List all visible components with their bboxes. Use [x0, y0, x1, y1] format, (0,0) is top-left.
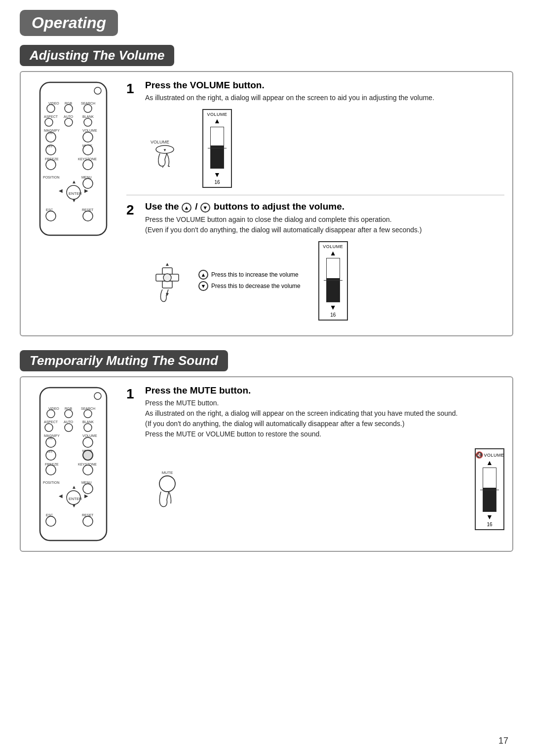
- svg-point-47: [163, 274, 171, 282]
- legend-down-icon: ▼: [198, 281, 208, 291]
- svg-point-87: [46, 516, 56, 526]
- svg-text:ENTER: ENTER: [69, 191, 82, 196]
- svg-point-56: [84, 410, 92, 418]
- svg-text:VOLUME: VOLUME: [82, 434, 97, 437]
- section2-inner: VIDEO RGB SEARCH ASPECT AUTO BLANK MAGNI…: [29, 385, 504, 543]
- svg-text:BLANK: BLANK: [82, 420, 94, 424]
- svg-point-39: [83, 211, 93, 221]
- volume-up-arrow: ▲: [214, 117, 221, 125]
- svg-point-55: [65, 410, 73, 418]
- svg-point-5: [47, 105, 55, 112]
- svg-text:ASPECT: ASPECT: [44, 115, 58, 118]
- volume-num-2: 16: [330, 312, 336, 318]
- mute-volume-num: 16: [487, 522, 492, 527]
- svg-text:BLANK: BLANK: [82, 115, 94, 118]
- volume-down-arrow: ▼: [214, 171, 221, 179]
- volume-hand-icon: VOLUME ▼: [145, 129, 185, 168]
- step2-text2: (Even if you don't do anything, the dial…: [145, 225, 504, 235]
- svg-text:VOLUME: VOLUME: [82, 129, 97, 132]
- svg-text:◀: ◀: [59, 493, 63, 499]
- legend-up-icon: ▲: [198, 270, 208, 280]
- volume-up-arrow-2: ▲: [330, 249, 337, 257]
- volume-meter-2-label: VOLUME: [323, 244, 343, 249]
- svg-point-13: [84, 118, 92, 126]
- dpad-hand-icon: ▲ ▼: [145, 259, 190, 303]
- mute-step-text4: Press the MUTE or VOLUME button to resto…: [145, 429, 504, 439]
- svg-text:▲: ▲: [72, 179, 76, 184]
- remote-svg-1: VIDEO RGB SEARCH ASPECT AUTO BLANK: [35, 80, 112, 238]
- volume-num-1: 16: [214, 180, 220, 185]
- svg-text:ON: ON: [48, 437, 52, 440]
- svg-text:POSITION: POSITION: [43, 481, 59, 484]
- svg-point-26: [83, 160, 93, 170]
- mute-x-icon: 🔇: [475, 451, 483, 459]
- step1-illustrations: VOLUME ▼: [145, 109, 504, 188]
- step2-text1: Press the VOLUME button again to close t…: [145, 215, 504, 225]
- step2-legend: ▲ Press this to increase the volume ▼ Pr…: [198, 270, 301, 292]
- step2-content: Use the ▲ / ▼ buttons to adjust the volu…: [145, 201, 504, 321]
- svg-point-75: [83, 465, 93, 475]
- svg-point-35: [83, 179, 93, 188]
- volume-down-arrow-2: ▼: [330, 303, 337, 311]
- svg-text:ASPECT: ASPECT: [44, 420, 58, 424]
- section-muting: Temporarily Muting The Sound VIDEO RGB S…: [20, 350, 513, 552]
- svg-text:▼: ▼: [163, 148, 167, 152]
- mute-hand-icon: MUTE: [145, 467, 190, 511]
- volume-bar-area-2: [326, 258, 340, 302]
- svg-point-54: [47, 410, 55, 418]
- mute-volume-down-arrow: ▼: [486, 513, 493, 521]
- section2-title: Temporarily Muting The Sound: [20, 350, 228, 371]
- svg-point-25: [46, 160, 56, 170]
- svg-text:▲: ▲: [165, 261, 170, 267]
- svg-point-18: [83, 132, 93, 142]
- legend-decrease-text: Press this to decrease the volume: [211, 283, 301, 289]
- svg-point-11: [45, 118, 53, 126]
- svg-point-7: [84, 105, 92, 112]
- svg-point-88: [83, 516, 93, 526]
- section1-title: Adjusting The Volume: [20, 45, 174, 66]
- svg-point-12: [65, 118, 73, 126]
- svg-text:◀: ◀: [59, 188, 63, 193]
- svg-point-61: [65, 424, 73, 432]
- step2-title: Use the ▲ / ▼ buttons to adjust the volu…: [145, 201, 504, 213]
- step1-number: 1: [126, 81, 145, 97]
- section1-inner: VIDEO RGB SEARCH ASPECT AUTO BLANK: [29, 80, 504, 327]
- mute-step-row: 1 Press the MUTE button. Press the MUTE …: [126, 385, 504, 530]
- svg-point-22: [83, 145, 93, 155]
- svg-point-6: [65, 105, 73, 112]
- volume-meter-1-label: VOLUME: [207, 112, 227, 117]
- section1-steps: 1 Press the VOLUME button. As illustrate…: [126, 80, 504, 327]
- svg-text:▼: ▼: [72, 503, 76, 508]
- svg-point-90: [159, 476, 175, 492]
- mute-step-text1: Press the MUTE button.: [145, 398, 504, 408]
- step2-illustrations: ▲ ▼: [145, 241, 504, 321]
- mute-step-text2: As illustrated on the right, a dialog wi…: [145, 408, 504, 419]
- svg-text:ON: ON: [48, 132, 52, 135]
- step1-title: Press the VOLUME button.: [145, 80, 504, 91]
- svg-point-60: [45, 424, 53, 432]
- svg-point-67: [83, 437, 93, 447]
- step2-title-prefix: Use the: [145, 201, 182, 212]
- svg-text:POSITION: POSITION: [43, 176, 59, 179]
- mute-volume-header: 🔇 VOLUME: [475, 451, 504, 459]
- svg-point-38: [46, 211, 56, 221]
- step1-row: 1 Press the VOLUME button. As illustrate…: [126, 80, 504, 188]
- svg-point-74: [46, 465, 56, 475]
- mute-step-number: 1: [126, 386, 145, 402]
- section2-steps: 1 Press the MUTE button. Press the MUTE …: [126, 385, 504, 537]
- legend-increase-text: Press this to increase the volume: [211, 271, 299, 278]
- step-divider: [126, 195, 504, 195]
- mute-illustrations: MUTE 🔇 VOLUME: [145, 448, 504, 530]
- remote-svg-2: VIDEO RGB SEARCH ASPECT AUTO BLANK MAGNI…: [35, 385, 112, 543]
- page-number: 17: [498, 736, 508, 746]
- step2-number: 2: [126, 202, 145, 218]
- mute-volume-up-arrow: ▲: [486, 459, 493, 467]
- legend-increase: ▲ Press this to increase the volume: [198, 270, 301, 280]
- svg-text:OFF: OFF: [47, 145, 53, 148]
- section2-box: VIDEO RGB SEARCH ASPECT AUTO BLANK MAGNI…: [20, 376, 513, 552]
- svg-rect-46: [162, 281, 172, 288]
- volume-meter-mute: 🔇 VOLUME ▲ ▼ 16: [475, 448, 504, 530]
- mute-volume-bar-area: [483, 468, 496, 512]
- mute-step-content: Press the MUTE button. Press the MUTE bu…: [145, 385, 504, 530]
- volume-meter-mute-label: VOLUME: [484, 453, 504, 458]
